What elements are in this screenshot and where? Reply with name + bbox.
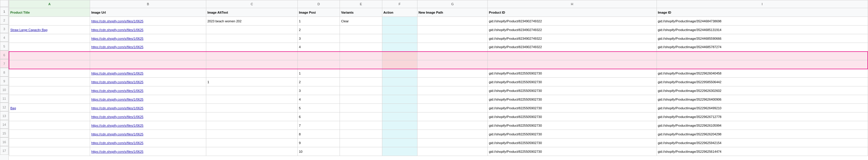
cell-c5 xyxy=(206,43,298,51)
cell-i3: gid://shopify/ProductImage/3524468513191… xyxy=(656,26,868,34)
cell-g17 xyxy=(417,147,488,156)
cell-d17: 10 xyxy=(298,147,340,156)
col-letter-b: B xyxy=(90,0,206,8)
cell-d15: 8 xyxy=(298,130,340,138)
cell-b10[interactable]: https://cdn.shopify.com/s/files/1/0625 xyxy=(90,86,206,95)
table-row: https://cdn.shopify.com/s/files/1/0625 9… xyxy=(9,138,868,147)
cell-i4: gid://shopify/ProductImage/3524468559066… xyxy=(656,34,868,43)
cell-f17 xyxy=(382,147,417,156)
cell-f7 xyxy=(382,60,417,69)
cell-a16 xyxy=(9,138,90,147)
table-row: https://cdn.shopify.com/s/files/1/0625 4… xyxy=(9,95,868,104)
cell-g13 xyxy=(417,113,488,121)
header-variants: Variants xyxy=(340,8,382,17)
table-row: https://cdn.shopify.com/s/files/1/0625 3… xyxy=(9,34,868,43)
cell-e5 xyxy=(340,43,382,51)
cell-h9: gid://shopify/Product/8225505902730 xyxy=(488,78,657,86)
col-letter-d: D xyxy=(298,0,340,8)
cell-f14 xyxy=(382,121,417,130)
cell-b11[interactable]: https://cdn.shopify.com/s/files/1/0625 xyxy=(90,95,206,104)
cell-e13 xyxy=(340,113,382,121)
header-row: Product Title Image Url Image AltText Im… xyxy=(9,8,868,17)
cell-b15[interactable]: https://cdn.shopify.com/s/files/1/0625 xyxy=(90,130,206,138)
cell-g6 xyxy=(417,51,488,60)
cell-g3 xyxy=(417,26,488,34)
cell-g5 xyxy=(417,43,488,51)
cell-b5[interactable]: https://cdn.shopify.com/s/files/1/0625 xyxy=(90,43,206,51)
cell-g4 xyxy=(417,34,488,43)
cell-f4 xyxy=(382,34,417,43)
table-row: Straw Large Capacity Bag https://cdn.sho… xyxy=(9,26,868,34)
cell-f16 xyxy=(382,138,417,147)
cell-d4: 3 xyxy=(298,34,340,43)
cell-i17: gid://shopify/ProductImage/3522962561447… xyxy=(656,147,868,156)
cell-a17 xyxy=(9,147,90,156)
cell-h2: gid://shopify/Product/8234902749322 xyxy=(488,17,657,26)
cell-h8: gid://shopify/Product/8225505902730 xyxy=(488,69,657,78)
table-row: https://cdn.shopify.com/s/files/1/0625 1… xyxy=(9,69,868,78)
cell-h14: gid://shopify/Product/8225505902730 xyxy=(488,121,657,130)
col-letter-e: E xyxy=(340,0,382,8)
cell-c7 xyxy=(206,60,298,69)
cell-i8: gid://shopify/ProductImage/3522962604045… xyxy=(656,69,868,78)
cell-b13[interactable]: https://cdn.shopify.com/s/files/1/0625 xyxy=(90,113,206,121)
table-row: https://cdn.shopify.com/s/files/1/0625 4… xyxy=(9,43,868,51)
cell-a15 xyxy=(9,130,90,138)
cell-h10: gid://shopify/Product/8225505902730 xyxy=(488,86,657,95)
cell-b3[interactable]: https://cdn.shopify.com/s/files/1/0625 xyxy=(90,26,206,34)
table-row: https://cdn.shopify.com/s/files/1/0625 7… xyxy=(9,121,868,130)
cell-a3[interactable]: Straw Large Capacity Bag xyxy=(9,26,90,34)
cell-i9: gid://shopify/ProductImage/3522958550644… xyxy=(656,78,868,86)
spreadsheet: 1 2 3 4 5 6 7 8 9 10 11 12 13 14 15 16 1… xyxy=(0,0,868,160)
cell-h11: gid://shopify/Product/8225505902730 xyxy=(488,95,657,104)
cell-f2 xyxy=(382,17,417,26)
cell-e8 xyxy=(340,69,382,78)
cell-b8[interactable]: https://cdn.shopify.com/s/files/1/0625 xyxy=(90,69,206,78)
cell-h15: gid://shopify/Product/8225505902730 xyxy=(488,130,657,138)
cell-c8 xyxy=(206,69,298,78)
cell-b14[interactable]: https://cdn.shopify.com/s/files/1/0625 xyxy=(90,121,206,130)
cell-c2: 2023 beach women 202 xyxy=(206,17,298,26)
column-letters-row: A B C D E F G H I xyxy=(9,0,868,8)
cell-b4[interactable]: https://cdn.shopify.com/s/files/1/0625 xyxy=(90,34,206,43)
cell-b12[interactable]: https://cdn.shopify.com/s/files/1/0625 xyxy=(90,104,206,113)
cell-h17: gid://shopify/Product/8225505902730 xyxy=(488,147,657,156)
table-row: https://cdn.shopify.com/s/files/1/0625 1… xyxy=(9,78,868,86)
cell-i14: gid://shopify/ProductImage/3522962610599… xyxy=(656,121,868,130)
header-product-title: Product Title xyxy=(9,8,90,17)
cell-a12[interactable]: Bag xyxy=(9,104,90,113)
cell-h3: gid://shopify/Product/8234902749322 xyxy=(488,26,657,34)
cell-f3 xyxy=(382,26,417,34)
cell-c6 xyxy=(206,51,298,60)
cell-e9 xyxy=(340,78,382,86)
col-letter-f: F xyxy=(382,0,417,8)
cell-f15 xyxy=(382,130,417,138)
row-header-column: 1 2 3 4 5 6 7 8 9 10 11 12 13 14 15 16 1… xyxy=(0,0,9,160)
cell-b16[interactable]: https://cdn.shopify.com/s/files/1/0625 xyxy=(90,138,206,147)
cell-b2[interactable]: https://cdn.shopify.com/s/files/1/0625 xyxy=(90,17,206,26)
cell-g15 xyxy=(417,130,488,138)
col-letter-g: G xyxy=(417,0,488,8)
cell-i15: gid://shopify/ProductImage/3522962620429… xyxy=(656,130,868,138)
cell-g12 xyxy=(417,104,488,113)
cell-h6 xyxy=(488,51,657,60)
cell-c9: 1 xyxy=(206,78,298,86)
cell-c17 xyxy=(206,147,298,156)
cell-c4 xyxy=(206,34,298,43)
cell-b6 xyxy=(90,51,206,60)
cell-d3: 2 xyxy=(298,26,340,34)
cell-a11 xyxy=(9,95,90,104)
cell-b17[interactable]: https://cdn.shopify.com/s/files/1/0625 xyxy=(90,147,206,156)
cell-c11 xyxy=(206,95,298,104)
cell-b9[interactable]: https://cdn.shopify.com/s/files/1/0625 xyxy=(90,78,206,86)
cell-a13 xyxy=(9,113,90,121)
cell-c15 xyxy=(206,130,298,138)
cell-g11 xyxy=(417,95,488,104)
cell-d5: 4 xyxy=(298,43,340,51)
table-row: Bag https://cdn.shopify.com/s/files/1/06… xyxy=(9,104,868,113)
cell-e4 xyxy=(340,34,382,43)
header-image-alttext: Image AltText xyxy=(206,8,298,17)
cell-d12: 5 xyxy=(298,104,340,113)
cell-a5 xyxy=(9,43,90,51)
cell-b7 xyxy=(90,60,206,69)
